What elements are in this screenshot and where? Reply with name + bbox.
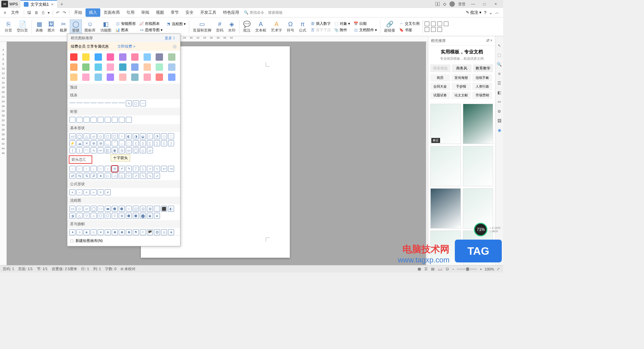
shape-basic[interactable]: ⬱ [105, 147, 111, 153]
print-icon[interactable]: ⎙ [40, 10, 46, 15]
minimize-icon[interactable]: — [469, 2, 477, 6]
shape-star[interactable]: ☆ [91, 229, 97, 235]
hamburger-icon[interactable]: ≡ [2, 10, 8, 15]
shape-basic[interactable]: ⊙ [119, 147, 125, 153]
people-icon[interactable] [156, 63, 163, 71]
rb-flowchart[interactable]: ⬔流程图 ▾ [165, 21, 187, 27]
outline-icon[interactable]: ☰ [497, 81, 502, 86]
shape-arrow[interactable]: ↪ [168, 166, 174, 172]
shape-arrow[interactable]: → [69, 166, 75, 172]
color-icon[interactable] [70, 53, 77, 61]
shape-basic[interactable]: ◔ [154, 133, 160, 139]
shape-star[interactable]: ⚑ [133, 229, 139, 235]
rb-grid-1[interactable] [425, 21, 429, 26]
rp-close-icon[interactable]: × [490, 38, 492, 42]
rb-doc-parts[interactable]: ◫文档部件 ▾ [352, 27, 378, 33]
rb-shapes[interactable]: ◯形状 [70, 19, 82, 34]
rb-table[interactable]: ▦表格 [34, 20, 45, 34]
rb-picture[interactable]: 🖼图片 [46, 20, 57, 34]
shape-plus[interactable]: + [69, 189, 75, 195]
sd-more-link[interactable]: 更多 》 [165, 36, 177, 41]
close-tab-icon[interactable]: × [51, 2, 54, 7]
shape-rect[interactable] [76, 117, 83, 123]
rb-drop-cap[interactable]: 言首字下沉 [309, 27, 332, 33]
shape-basic[interactable]: ◯ [133, 147, 139, 153]
rp-cat[interactable]: 宣传海报 [451, 74, 471, 82]
shape-flow[interactable]: ◑ [69, 213, 75, 219]
rp-settings-icon[interactable]: ⇄ [486, 38, 489, 42]
shape-basic[interactable]: } [140, 140, 146, 146]
command-search[interactable]: 🔍 查找命令、搜索模板 [244, 10, 283, 15]
rb-textbox[interactable]: A文本框 [253, 20, 268, 34]
rb-function-graph[interactable]: ◧功能图 [98, 20, 113, 34]
sb-page-num[interactable]: 页码: 1 [3, 266, 14, 271]
shape-basic[interactable]: ◇ [98, 133, 104, 139]
close-icon[interactable]: × [492, 2, 500, 6]
lightbulb-icon[interactable] [82, 53, 90, 61]
shape-flow[interactable]: ▽ [84, 213, 90, 219]
shape-flow[interactable]: ⬚ [154, 206, 160, 212]
shape-arrow[interactable]: ↔ [98, 166, 104, 172]
shape-flow[interactable]: ◯ [91, 206, 97, 212]
shape-arrow[interactable]: ← [76, 166, 83, 172]
shape-basic[interactable]: △ [84, 133, 90, 139]
shape-star[interactable]: ✬ [168, 229, 174, 235]
shape-rect[interactable] [98, 117, 104, 123]
shape-flow[interactable]: ○ [126, 206, 132, 212]
template-thumb[interactable] [463, 146, 493, 186]
rp-cat[interactable]: 论文文献 [451, 92, 471, 99]
shape-flow[interactable]: ⬬ [105, 206, 111, 212]
note-icon[interactable] [156, 53, 163, 61]
undo-icon[interactable]: ↶ [54, 10, 61, 15]
redo-icon[interactable]: ↷ [61, 10, 68, 15]
shape-flow[interactable]: ◐ [168, 206, 174, 212]
template-thumb[interactable] [463, 104, 493, 144]
rb-header-footer[interactable]: ▭页眉和页脚 [191, 20, 213, 34]
pill-icon[interactable] [107, 73, 114, 81]
new-canvas-button[interactable]: ⬚ 新建绘图画布(N) [67, 235, 180, 246]
laptop-icon[interactable] [95, 53, 102, 61]
select-icon[interactable]: ⬚ [497, 52, 502, 58]
shape-rect[interactable] [84, 117, 90, 123]
shape-scribble[interactable]: 〰 [140, 100, 146, 106]
sb-spell[interactable]: ⊘ 未校对 [120, 266, 136, 271]
shape-star[interactable]: ✫ [161, 229, 167, 235]
cake-icon[interactable] [119, 73, 126, 81]
shape-basic[interactable]: ⬰ [98, 147, 104, 153]
tab-start[interactable]: 开始 [71, 8, 86, 17]
shape-line[interactable] [112, 100, 118, 103]
shape-flow[interactable]: ⬡ [105, 213, 111, 219]
shape-divide[interactable]: ÷ [91, 189, 97, 195]
shape-basic[interactable]: ] [154, 140, 160, 146]
shape-arrow[interactable]: ▷ [105, 173, 111, 179]
shape-arrow[interactable]: ↱ [119, 166, 125, 172]
shape-star[interactable]: 🏴 [147, 229, 153, 235]
shape-flow[interactable]: ◉ [147, 213, 153, 219]
annotate-icon[interactable]: ✎ 批注 ▾ [466, 10, 482, 15]
shape-star[interactable]: ⚐ [140, 229, 146, 235]
view-page-icon[interactable]: ▦ [417, 266, 422, 272]
shape-basic[interactable]: ♡ [168, 133, 174, 139]
maximize-icon[interactable]: □ [480, 2, 488, 6]
template-thumb[interactable] [430, 188, 461, 229]
tab-page-layout[interactable]: 页面布局 [100, 8, 123, 17]
tab-special[interactable]: 特色应用 [220, 8, 243, 17]
rb-page-number[interactable]: #页码 [214, 20, 225, 34]
shape-basic[interactable]: ▭ [69, 133, 75, 139]
shape-basic[interactable]: ◐ [126, 133, 132, 139]
shape-arrow[interactable]: ⤵ [140, 166, 146, 172]
shape-arrow[interactable]: ⇆ [76, 173, 83, 179]
sd-promo-link[interactable]: 立即续费 > [117, 44, 135, 49]
shape-arrow[interactable]: ▽ [126, 173, 132, 179]
shape-basic[interactable]: ⬠ [105, 133, 111, 139]
rb-grid-6[interactable] [431, 27, 436, 32]
rb-insert-number[interactable]: 壹插入数字 [309, 21, 332, 27]
template-thumb[interactable]: 最近 [430, 104, 461, 144]
shape-flow[interactable]: ⬟ [112, 206, 118, 212]
shape-flow[interactable]: ⬣ [133, 213, 139, 219]
shape-flow[interactable]: ⊕ [119, 213, 125, 219]
shape-flow[interactable]: △ [76, 213, 83, 219]
rb-bookmark[interactable]: 🔖书签 [398, 27, 421, 33]
shape-flow[interactable]: ▱ [84, 206, 90, 212]
template-thumb[interactable] [463, 188, 493, 229]
